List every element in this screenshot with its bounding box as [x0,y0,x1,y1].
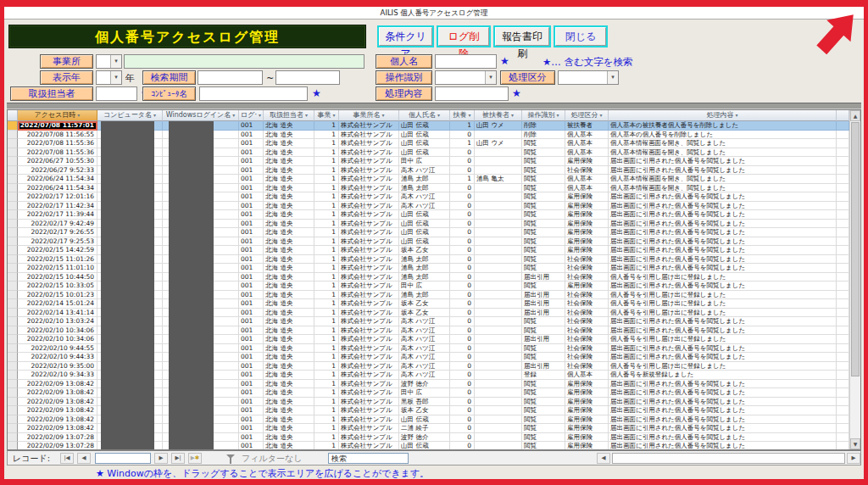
cell[interactable]: 雇用保険 [565,210,609,220]
cell[interactable]: 雇用保険 [565,157,609,166]
cell[interactable]: 高木 ハツ江 [399,317,450,326]
cell[interactable]: 閲覧 [522,326,565,336]
cell[interactable]: 北海 道央 [264,157,314,166]
cell[interactable]: 山田 伝蔵 [399,220,450,229]
cell[interactable] [837,362,849,371]
cell[interactable]: 届出画面に引用された個人番号を閲覧しました [609,282,837,291]
column-header-6[interactable]: 事業所名▾ [339,110,399,121]
row-selector[interactable] [8,175,18,184]
cell[interactable]: 個人番号を引用し届け出に登録しました [609,362,837,371]
cell[interactable]: 2022/02/17 12:01:16 [18,192,97,202]
cell[interactable]: 届出引用 [522,273,565,282]
cell[interactable]: 株式会社サンプル [339,166,399,176]
row-selector[interactable] [8,380,18,389]
search-box[interactable]: 検索 [328,453,409,464]
cell[interactable]: 株式会社サンプル [339,326,399,336]
cell[interactable]: 閲覧 [522,398,565,407]
cell[interactable]: 0 [450,237,475,247]
row-selector[interactable] [8,166,18,176]
cell[interactable]: 株式会社サンプル [339,442,399,449]
cell[interactable]: 1 [314,202,339,211]
cell[interactable] [475,264,522,273]
row-selector[interactable] [8,210,18,220]
cell[interactable]: 閲覧 [522,148,565,158]
cell[interactable]: 個人番号を引用し届け出に登録しました [609,309,837,318]
cell[interactable]: 閲覧 [522,237,565,247]
cell[interactable]: 1 [314,398,339,407]
chevron-down-icon[interactable]: ▾ [607,71,618,84]
row-selector[interactable] [8,121,18,131]
cell[interactable]: 個人基本情報画面を開き、閲覧しました [609,175,837,184]
cell[interactable]: 株式会社サンプル [339,291,399,300]
cell[interactable]: 社会保険 [565,353,609,362]
last-record-button[interactable]: ▶| [171,453,185,464]
cell[interactable] [837,406,849,415]
filter-status-label[interactable]: フィルターなし [242,453,302,465]
cell[interactable]: 1 [314,433,339,443]
cell[interactable] [475,353,522,362]
cell[interactable] [837,344,849,354]
cell[interactable]: 個人基本の被扶養者個人番号を削除しました [609,121,837,131]
row-selector[interactable] [8,220,18,229]
row-selector[interactable] [8,157,18,166]
column-filter-icon[interactable]: ▾ [735,112,737,118]
cell[interactable]: 届出画面に引用された個人番号を閲覧しました [609,344,837,354]
cell[interactable]: 株式会社サンプル [339,202,399,211]
cell[interactable]: 2022/02/09 13:08:42 [18,424,97,433]
row-selector[interactable] [8,353,18,362]
row-selector[interactable] [8,192,18,202]
cell[interactable]: 削除 [522,121,565,131]
cell[interactable]: 届出画面に引用された個人番号を閲覧しました [609,424,837,433]
cell[interactable]: 001 [239,326,264,336]
operation-type-combo[interactable]: ▾ [435,70,497,85]
cell[interactable]: 2022/02/09 13:07:28 [18,442,97,449]
cell[interactable]: 雇用保険 [565,192,609,202]
cell[interactable]: 雇用保険 [565,220,609,229]
cell[interactable] [837,326,849,336]
row-selector[interactable] [8,309,18,318]
cell[interactable]: 0 [450,388,475,398]
cell[interactable]: 2022/07/08 11:55:36 [18,139,97,148]
cell[interactable]: 浦島 太郎 [399,291,450,300]
cell[interactable] [837,282,849,291]
cell[interactable]: 届出画面に引用された個人番号を閲覧しました [609,237,837,247]
cell[interactable]: 001 [239,335,264,344]
cell[interactable]: 株式会社サンプル [339,309,399,318]
row-selector[interactable] [8,282,18,291]
cell[interactable]: 株式会社サンプル [339,148,399,158]
cell[interactable]: 1 [314,246,339,255]
cell[interactable]: 2022/06/24 11:54:34 [18,184,97,193]
cell[interactable]: 閲覧 [522,184,565,193]
office-name-field[interactable] [124,54,364,69]
cell[interactable]: 閲覧 [522,317,565,326]
column-filter-icon[interactable]: ▾ [305,112,308,118]
cell[interactable]: 閲覧 [522,202,565,211]
cell[interactable]: 0 [450,282,475,291]
person-name-input[interactable] [435,54,497,69]
cell[interactable]: 北海 道央 [264,210,314,220]
cell[interactable]: 浦島 太郎 [399,175,450,184]
cell[interactable]: 北海 道央 [264,380,314,389]
cell[interactable] [837,273,849,282]
cell[interactable]: 株式会社サンプル [339,121,399,131]
cell[interactable]: 2022/02/17 9:26:55 [18,228,97,237]
cell[interactable] [475,424,522,433]
cell[interactable]: 山田 伝蔵 [399,442,450,449]
cell[interactable]: 001 [239,192,264,202]
cell[interactable] [475,406,522,415]
cell[interactable]: 株式会社サンプル [339,406,399,415]
cell[interactable]: 001 [239,317,264,326]
cell[interactable]: 北海 道央 [264,415,314,425]
cell[interactable]: 浦島 太郎 [399,255,450,265]
cell[interactable]: 北海 道央 [264,442,314,449]
column-header-5[interactable]: 事業▾ [314,110,339,121]
scroll-down-icon[interactable]: ▼ [850,438,860,449]
cell[interactable]: 届出引用 [522,299,565,309]
cell[interactable]: 001 [239,353,264,362]
cell[interactable]: 株式会社サンプル [339,246,399,255]
cell[interactable] [837,291,849,300]
cell[interactable]: 個人番号を引用し届け出に登録しました [609,335,837,344]
cell[interactable]: 北海 道央 [264,282,314,291]
cell[interactable]: 雇用保険 [565,202,609,211]
cell[interactable] [837,309,849,318]
